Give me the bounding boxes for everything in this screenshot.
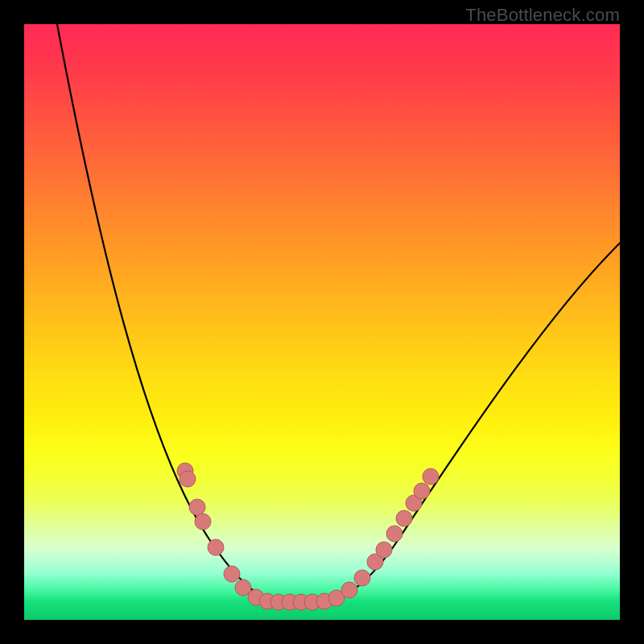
bottleneck-curve xyxy=(56,20,621,602)
data-marker xyxy=(414,483,430,499)
data-marker xyxy=(224,566,240,582)
data-marker xyxy=(386,526,402,542)
data-marker xyxy=(396,510,412,526)
data-marker xyxy=(423,469,439,485)
watermark-text: TheBottleneck.com xyxy=(465,5,620,26)
data-marker xyxy=(208,539,224,555)
data-marker xyxy=(354,570,370,586)
curve-layer xyxy=(24,24,620,620)
data-marker xyxy=(189,499,205,515)
outer-frame: TheBottleneck.com xyxy=(0,0,644,644)
data-marker xyxy=(341,582,357,598)
data-marker xyxy=(376,542,392,558)
plot-area xyxy=(24,24,620,620)
data-marker xyxy=(180,471,196,487)
data-marker xyxy=(195,514,211,530)
marker-group xyxy=(177,463,439,610)
